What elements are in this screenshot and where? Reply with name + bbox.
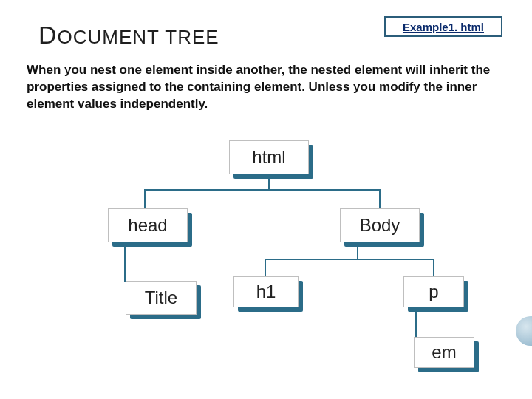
- title-rest: OCUMENT TREE: [58, 26, 219, 48]
- node-label: Body: [360, 215, 400, 236]
- connector: [265, 259, 434, 260]
- node-em: em: [414, 337, 474, 368]
- example-link[interactable]: Example1. html: [384, 16, 502, 37]
- connector: [144, 189, 146, 208]
- slide-title: DOCUMENT TREE: [38, 21, 219, 50]
- connector: [357, 242, 358, 259]
- connector: [415, 307, 417, 337]
- node-p: p: [403, 276, 464, 307]
- node-label: h1: [256, 282, 276, 302]
- example-link-label: Example1. html: [403, 21, 484, 33]
- node-body: Body: [340, 208, 420, 242]
- connector: [144, 189, 381, 191]
- connector: [265, 259, 266, 276]
- title-caps: D: [38, 21, 58, 49]
- node-h1: h1: [233, 276, 299, 307]
- connector: [379, 189, 381, 208]
- node-label: head: [128, 215, 167, 236]
- connector: [268, 174, 270, 189]
- body-text: When you nest one element inside another…: [27, 62, 499, 113]
- slide: DOCUMENT TREE Example1. html When you ne…: [0, 0, 532, 399]
- node-label: Title: [145, 287, 177, 308]
- node-title: Title: [126, 281, 197, 315]
- tree-diagram: html head Body Title h1: [0, 140, 532, 392]
- node-head: head: [108, 208, 188, 242]
- node-label: html: [252, 147, 285, 168]
- node-html: html: [229, 140, 309, 174]
- node-label: em: [432, 342, 456, 363]
- connector: [433, 259, 434, 276]
- node-label: p: [429, 282, 438, 302]
- connector: [124, 242, 126, 281]
